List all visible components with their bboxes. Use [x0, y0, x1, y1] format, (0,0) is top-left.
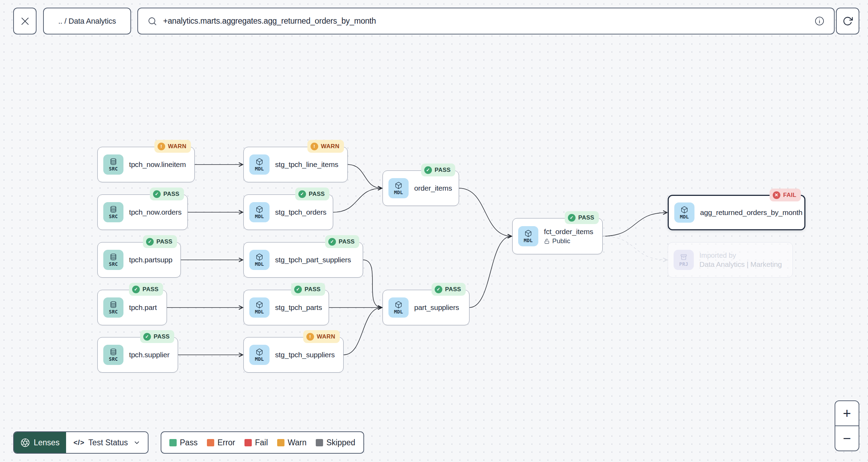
node-type-chip-mdl: MDL — [388, 178, 409, 198]
refresh-icon — [842, 16, 853, 26]
node-type-label: SRC — [109, 214, 118, 219]
graph-node-tpch_now_orders[interactable]: ✓PASSSRCtpch_now.orders — [97, 194, 188, 230]
status-badge-label: WARN — [168, 143, 186, 150]
graph-node-tpch_now_lineitem[interactable]: !WARNSRCtpch_now.lineitem — [97, 147, 195, 182]
cube-icon — [256, 206, 263, 213]
check-circle-icon: ✓ — [143, 333, 151, 341]
node-label: Data Analytics | Marketing — [699, 260, 782, 269]
database-icon — [110, 253, 117, 261]
status-badge-label: PASS — [305, 286, 321, 293]
edge-part_suppliers-to-fct_order_items — [469, 236, 512, 308]
legend-item-fail: Fail — [244, 438, 268, 447]
refresh-button[interactable] — [836, 8, 859, 34]
edge-stg_tpch_orders-to-order_items — [333, 188, 382, 212]
node-type-chip-src: SRC — [103, 297, 123, 318]
node-type-label: MDL — [680, 214, 689, 220]
node-type-label: SRC — [109, 309, 118, 314]
legend-swatch — [244, 439, 252, 446]
database-icon — [110, 301, 117, 309]
graph-node-stg_tpch_line_items[interactable]: !WARNMDLstg_tpch_line_items — [243, 147, 348, 182]
node-label: agg_returned_orders_by_month — [700, 208, 802, 217]
cube-icon — [395, 301, 402, 309]
status-badge-pass: ✓PASS — [150, 188, 184, 200]
edge-stg_tpch_part_suppliers-to-part_suppliers — [363, 260, 382, 308]
edge-stg_tpch_line_items-to-order_items — [348, 165, 382, 188]
cube-icon — [681, 206, 688, 214]
node-type-label: PRJ — [679, 261, 688, 267]
graph-node-imported_by[interactable]: PRJImported byData Analytics | Marketing — [668, 242, 793, 278]
node-label: tpch_now.lineitem — [129, 160, 186, 169]
alert-circle-icon: ! — [158, 143, 165, 150]
code-icon: </> — [73, 439, 85, 447]
node-type-chip-mdl: MDL — [249, 345, 270, 365]
database-icon — [110, 158, 117, 166]
close-button[interactable] — [13, 8, 37, 34]
status-badge-label: PASS — [435, 167, 451, 174]
lens-name: Test Status — [88, 438, 128, 447]
zoom-out-button[interactable]: − — [835, 426, 859, 451]
search-input[interactable] — [163, 16, 809, 26]
node-type-label: MDL — [394, 190, 403, 195]
legend-label: Skipped — [326, 438, 355, 447]
node-label: tpch.supplier — [129, 351, 169, 359]
unlock-icon — [544, 238, 550, 244]
graph-node-stg_tpch_suppliers[interactable]: !WARNMDLstg_tpch_suppliers — [243, 337, 344, 373]
graph-node-tpch_partsupp[interactable]: ✓PASSSRCtpch.partsupp — [97, 242, 181, 278]
node-type-chip-src: SRC — [103, 250, 123, 270]
status-badge-warn: !WARN — [303, 330, 340, 343]
node-label: tpch.part — [129, 303, 157, 312]
search-bar[interactable] — [137, 8, 835, 34]
graph-node-part_suppliers[interactable]: ✓PASSMDLpart_suppliers — [383, 290, 469, 325]
status-badge-pass: ✓PASS — [129, 283, 163, 296]
lineage-canvas[interactable]: { "colors": { "background": "#f6f7f9", "… — [0, 0, 868, 462]
status-badge-fail: ✕FAIL — [770, 189, 801, 201]
node-label: stg_tpch_orders — [275, 208, 327, 216]
status-badge-pass: ✓PASS — [291, 283, 325, 296]
status-badge-label: WARN — [321, 143, 339, 150]
status-badge-pass: ✓PASS — [421, 164, 455, 176]
legend-label: Warn — [288, 438, 306, 447]
node-type-chip-src: SRC — [103, 154, 123, 175]
edge-order_items-to-fct_order_items — [459, 188, 512, 236]
graph-node-stg_tpch_parts[interactable]: ✓PASSMDLstg_tpch_parts — [243, 290, 329, 325]
graph-node-stg_tpch_part_suppliers[interactable]: ✓PASSMDLstg_tpch_part_suppliers — [243, 242, 363, 278]
x-circle-icon: ✕ — [773, 191, 780, 199]
check-circle-icon: ✓ — [568, 214, 576, 222]
node-type-chip-mdl: MDL — [388, 297, 409, 318]
cube-icon — [256, 158, 263, 166]
alert-circle-icon: ! — [306, 333, 314, 341]
node-type-label: MDL — [394, 309, 403, 314]
check-circle-icon: ✓ — [132, 286, 140, 293]
legend-item-warn: Warn — [277, 438, 306, 447]
lenses-label: Lenses — [34, 438, 59, 447]
status-badge-pass: ✓PASS — [432, 283, 466, 296]
check-circle-icon: ✓ — [153, 190, 161, 198]
graph-node-stg_tpch_orders[interactable]: ✓PASSMDLstg_tpch_orders — [243, 194, 333, 230]
cube-icon — [256, 301, 263, 309]
node-type-chip-src: SRC — [103, 345, 123, 365]
graph-node-agg_returned_orders_by_month[interactable]: ✕FAILMDLagg_returned_orders_by_month — [668, 195, 805, 230]
legend-label: Fail — [255, 438, 268, 447]
graph-node-tpch_part[interactable]: ✓PASSSRCtpch.part — [97, 290, 167, 325]
database-icon — [110, 206, 117, 213]
lenses-button[interactable]: Lenses — [14, 432, 66, 453]
zoom-in-button[interactable]: + — [835, 401, 859, 425]
node-type-chip-prj: PRJ — [674, 250, 694, 270]
node-type-label: MDL — [524, 238, 533, 243]
aperture-icon — [21, 438, 30, 447]
node-type-label: MDL — [255, 214, 264, 219]
check-circle-icon: ✓ — [146, 238, 154, 246]
lens-selector-dropdown[interactable]: </> Test Status — [66, 432, 148, 453]
breadcrumb[interactable]: .. / Data Analytics — [43, 8, 131, 34]
graph-node-fct_order_items[interactable]: ✓PASSMDLfct_order_itemsPublic — [512, 218, 603, 254]
graph-node-order_items[interactable]: ✓PASSMDLorder_items — [383, 170, 459, 206]
node-type-chip-src: SRC — [103, 202, 123, 222]
node-label: stg_tpch_part_suppliers — [275, 256, 351, 264]
info-icon[interactable] — [814, 16, 825, 26]
node-label: fct_order_items — [544, 228, 593, 236]
status-badge-warn: !WARN — [307, 140, 344, 153]
check-circle-icon: ✓ — [435, 286, 442, 293]
graph-node-tpch_supplier[interactable]: ✓PASSSRCtpch.supplier — [97, 337, 178, 373]
status-badge-label: PASS — [445, 286, 461, 293]
search-icon — [147, 16, 158, 26]
